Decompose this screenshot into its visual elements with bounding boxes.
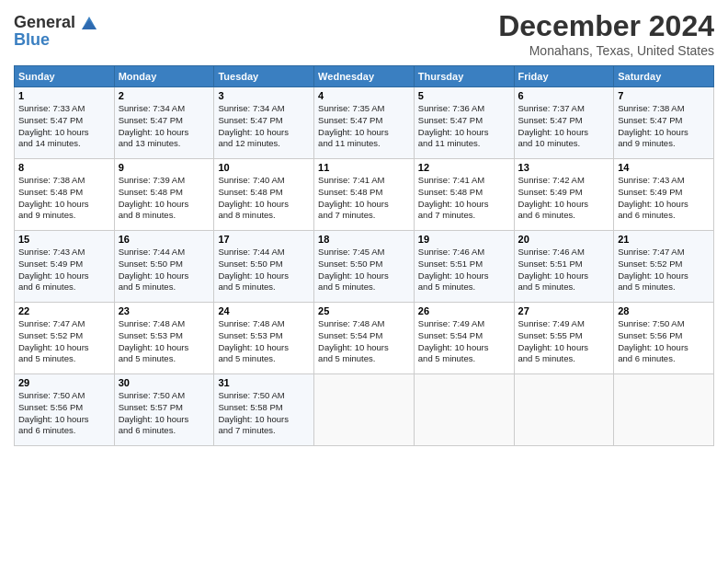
day-number: 13 [518, 162, 610, 173]
cell-content: Sunrise: 7:45 AM Sunset: 5:50 PM Dayligh… [318, 247, 410, 293]
day-number: 8 [18, 162, 110, 173]
page-header: General Blue December 2024 Monahans, Tex… [14, 9, 714, 58]
calendar-cell: 18Sunrise: 7:45 AM Sunset: 5:50 PM Dayli… [314, 231, 415, 303]
cell-content: Sunrise: 7:44 AM Sunset: 5:50 PM Dayligh… [218, 247, 310, 293]
day-number: 11 [318, 162, 410, 173]
cell-content: Sunrise: 7:39 AM Sunset: 5:48 PM Dayligh… [119, 175, 210, 222]
day-number: 27 [518, 305, 610, 316]
week-row-5: 29Sunrise: 7:50 AM Sunset: 5:56 PM Dayli… [15, 374, 714, 446]
cell-content: Sunrise: 7:37 AM Sunset: 5:47 PM Dayligh… [518, 103, 610, 150]
day-number: 22 [18, 305, 110, 316]
calendar-cell: 3Sunrise: 7:34 AM Sunset: 5:47 PM Daylig… [214, 87, 314, 159]
cell-content: Sunrise: 7:38 AM Sunset: 5:47 PM Dayligh… [618, 103, 710, 150]
week-row-4: 22Sunrise: 7:47 AM Sunset: 5:52 PM Dayli… [15, 303, 714, 374]
calendar-cell: 27Sunrise: 7:49 AM Sunset: 5:55 PM Dayli… [514, 303, 614, 374]
cell-content: Sunrise: 7:35 AM Sunset: 5:47 PM Dayligh… [318, 103, 410, 150]
cell-content: Sunrise: 7:38 AM Sunset: 5:48 PM Dayligh… [18, 175, 110, 222]
calendar-cell: 19Sunrise: 7:46 AM Sunset: 5:51 PM Dayli… [414, 231, 514, 303]
cell-content: Sunrise: 7:48 AM Sunset: 5:53 PM Dayligh… [119, 318, 210, 365]
day-number: 29 [18, 377, 110, 388]
calendar-cell: 12Sunrise: 7:41 AM Sunset: 5:48 PM Dayli… [414, 159, 514, 231]
col-header-thursday: Thursday [414, 66, 514, 87]
cell-content: Sunrise: 7:40 AM Sunset: 5:48 PM Dayligh… [218, 175, 310, 222]
calendar-cell: 28Sunrise: 7:50 AM Sunset: 5:56 PM Dayli… [614, 303, 714, 374]
calendar-cell: 1Sunrise: 7:33 AM Sunset: 5:47 PM Daylig… [15, 87, 115, 159]
calendar-cell [514, 374, 614, 446]
title-block: December 2024 Monahans, Texas, United St… [498, 9, 714, 58]
day-number: 24 [218, 305, 310, 316]
calendar-cell: 23Sunrise: 7:48 AM Sunset: 5:53 PM Dayli… [114, 303, 214, 374]
col-header-friday: Friday [514, 66, 614, 87]
day-number: 14 [618, 162, 710, 173]
cell-content: Sunrise: 7:36 AM Sunset: 5:47 PM Dayligh… [418, 103, 510, 150]
cell-content: Sunrise: 7:47 AM Sunset: 5:52 PM Dayligh… [618, 247, 710, 293]
cell-content: Sunrise: 7:41 AM Sunset: 5:48 PM Dayligh… [418, 175, 510, 222]
calendar-cell: 14Sunrise: 7:43 AM Sunset: 5:49 PM Dayli… [614, 159, 714, 231]
cell-content: Sunrise: 7:50 AM Sunset: 5:56 PM Dayligh… [618, 318, 710, 365]
calendar-cell [614, 374, 714, 446]
calendar-cell: 24Sunrise: 7:48 AM Sunset: 5:53 PM Dayli… [214, 303, 314, 374]
cell-content: Sunrise: 7:43 AM Sunset: 5:49 PM Dayligh… [18, 247, 110, 293]
cell-content: Sunrise: 7:50 AM Sunset: 5:57 PM Dayligh… [119, 390, 210, 437]
day-number: 16 [119, 234, 210, 245]
day-number: 1 [18, 90, 110, 101]
calendar-cell: 17Sunrise: 7:44 AM Sunset: 5:50 PM Dayli… [214, 231, 314, 303]
day-number: 7 [618, 90, 710, 101]
calendar-cell: 29Sunrise: 7:50 AM Sunset: 5:56 PM Dayli… [15, 374, 115, 446]
col-header-saturday: Saturday [614, 66, 714, 87]
col-header-monday: Monday [114, 66, 214, 87]
calendar-cell: 7Sunrise: 7:38 AM Sunset: 5:47 PM Daylig… [614, 87, 714, 159]
cell-content: Sunrise: 7:44 AM Sunset: 5:50 PM Dayligh… [119, 247, 210, 293]
cell-content: Sunrise: 7:48 AM Sunset: 5:53 PM Dayligh… [218, 318, 310, 365]
svg-marker-1 [82, 20, 97, 29]
calendar-cell: 13Sunrise: 7:42 AM Sunset: 5:49 PM Dayli… [514, 159, 614, 231]
cell-content: Sunrise: 7:33 AM Sunset: 5:47 PM Dayligh… [18, 103, 110, 150]
cell-content: Sunrise: 7:46 AM Sunset: 5:51 PM Dayligh… [418, 247, 510, 293]
calendar-cell: 9Sunrise: 7:39 AM Sunset: 5:48 PM Daylig… [114, 159, 214, 231]
cell-content: Sunrise: 7:49 AM Sunset: 5:55 PM Dayligh… [518, 318, 610, 365]
header-row: SundayMondayTuesdayWednesdayThursdayFrid… [15, 66, 714, 87]
day-number: 10 [218, 162, 310, 173]
cell-content: Sunrise: 7:47 AM Sunset: 5:52 PM Dayligh… [18, 318, 110, 365]
calendar-cell: 10Sunrise: 7:40 AM Sunset: 5:48 PM Dayli… [214, 159, 314, 231]
day-number: 30 [119, 377, 210, 388]
day-number: 17 [218, 234, 310, 245]
col-header-tuesday: Tuesday [214, 66, 314, 87]
calendar-cell: 16Sunrise: 7:44 AM Sunset: 5:50 PM Dayli… [114, 231, 214, 303]
day-number: 5 [418, 90, 510, 101]
calendar-cell: 26Sunrise: 7:49 AM Sunset: 5:54 PM Dayli… [414, 303, 514, 374]
day-number: 31 [218, 377, 310, 388]
cell-content: Sunrise: 7:43 AM Sunset: 5:49 PM Dayligh… [618, 175, 710, 222]
calendar-cell [314, 374, 415, 446]
month-title: December 2024 [498, 9, 714, 43]
logo: General Blue [14, 13, 98, 50]
calendar-cell: 22Sunrise: 7:47 AM Sunset: 5:52 PM Dayli… [15, 303, 115, 374]
calendar-cell: 2Sunrise: 7:34 AM Sunset: 5:47 PM Daylig… [114, 87, 214, 159]
day-number: 25 [318, 305, 410, 316]
day-number: 28 [618, 305, 710, 316]
day-number: 18 [318, 234, 410, 245]
cell-content: Sunrise: 7:42 AM Sunset: 5:49 PM Dayligh… [518, 175, 610, 222]
week-row-2: 8Sunrise: 7:38 AM Sunset: 5:48 PM Daylig… [15, 159, 714, 231]
day-number: 4 [318, 90, 410, 101]
day-number: 19 [418, 234, 510, 245]
day-number: 21 [618, 234, 710, 245]
calendar-cell: 30Sunrise: 7:50 AM Sunset: 5:57 PM Dayli… [114, 374, 214, 446]
cell-content: Sunrise: 7:50 AM Sunset: 5:56 PM Dayligh… [18, 390, 110, 437]
cell-content: Sunrise: 7:46 AM Sunset: 5:51 PM Dayligh… [518, 247, 610, 293]
calendar-cell: 15Sunrise: 7:43 AM Sunset: 5:49 PM Dayli… [15, 231, 115, 303]
calendar-table: SundayMondayTuesdayWednesdayThursdayFrid… [14, 65, 714, 446]
day-number: 23 [119, 305, 210, 316]
calendar-cell: 6Sunrise: 7:37 AM Sunset: 5:47 PM Daylig… [514, 87, 614, 159]
day-number: 12 [418, 162, 510, 173]
calendar-cell: 4Sunrise: 7:35 AM Sunset: 5:47 PM Daylig… [314, 87, 415, 159]
logo-blue: Blue [14, 30, 50, 50]
calendar-cell: 21Sunrise: 7:47 AM Sunset: 5:52 PM Dayli… [614, 231, 714, 303]
calendar-cell: 11Sunrise: 7:41 AM Sunset: 5:48 PM Dayli… [314, 159, 415, 231]
cell-content: Sunrise: 7:34 AM Sunset: 5:47 PM Dayligh… [119, 103, 210, 150]
day-number: 3 [218, 90, 310, 101]
cell-content: Sunrise: 7:34 AM Sunset: 5:47 PM Dayligh… [218, 103, 310, 150]
col-header-sunday: Sunday [15, 66, 115, 87]
week-row-3: 15Sunrise: 7:43 AM Sunset: 5:49 PM Dayli… [15, 231, 714, 303]
cell-content: Sunrise: 7:50 AM Sunset: 5:58 PM Dayligh… [218, 390, 310, 437]
